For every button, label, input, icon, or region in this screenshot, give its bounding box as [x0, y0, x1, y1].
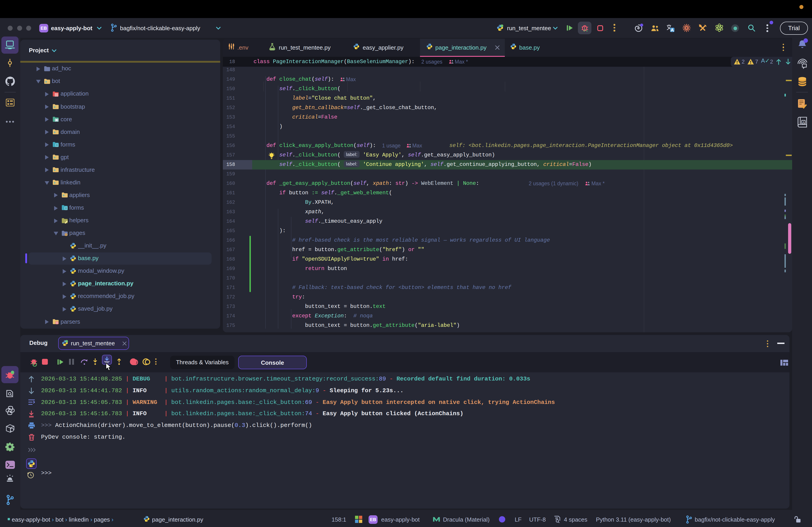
- svg-text:A: A: [802, 120, 804, 124]
